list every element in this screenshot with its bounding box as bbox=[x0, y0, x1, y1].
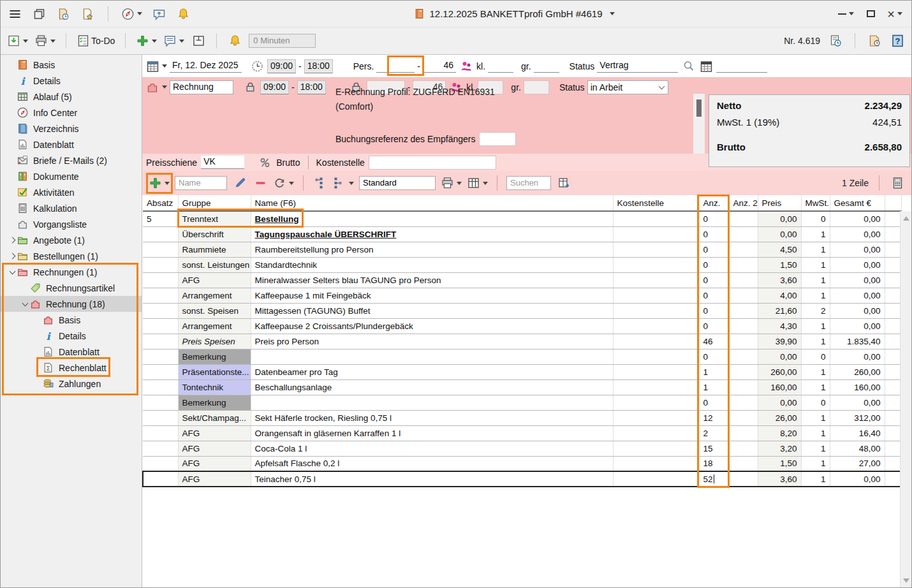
cell-name[interactable]: Mittagessen (TAGUNG) Buffet bbox=[251, 303, 613, 318]
export-table-icon[interactable] bbox=[556, 175, 571, 191]
cell-gesamt[interactable]: 27,00 bbox=[830, 456, 885, 471]
title-dropdown-caret[interactable] bbox=[610, 12, 615, 15]
cell-anz[interactable]: 0 bbox=[699, 226, 729, 242]
cell-anz[interactable]: 0 bbox=[699, 349, 729, 364]
event-date-field[interactable]: Fr, 12. Dez 2025 bbox=[170, 59, 242, 73]
cell-gesamt[interactable]: 0,00 bbox=[830, 242, 885, 257]
sidebar-item-basis[interactable]: Basis bbox=[1, 57, 142, 73]
cell-kostenstelle[interactable] bbox=[613, 456, 699, 471]
menu-icon[interactable] bbox=[7, 6, 22, 22]
cell-preis[interactable]: 39,90 bbox=[758, 334, 801, 349]
cell-preis[interactable]: 26,00 bbox=[758, 410, 801, 425]
event-extra-field[interactable] bbox=[716, 59, 767, 73]
cell-absatz[interactable] bbox=[143, 379, 178, 395]
scroll-down-arrow[interactable] bbox=[903, 578, 909, 583]
column-header-kostenstelle[interactable]: Kostenstelle bbox=[613, 195, 699, 211]
column-header-anz-[interactable]: Anz. bbox=[699, 195, 729, 211]
cell-gruppe[interactable]: AFG bbox=[178, 425, 251, 441]
column-header-anz-2[interactable]: Anz. 2 bbox=[729, 195, 758, 211]
cell-name[interactable]: Apfelsaft Flasche 0,2 l bbox=[251, 456, 613, 471]
cell-gesamt[interactable]: 0,00 bbox=[830, 272, 885, 288]
cell-anz2[interactable] bbox=[729, 349, 758, 364]
cell-anz[interactable]: 2 bbox=[699, 425, 729, 441]
grid-header-row[interactable]: AbsatzGruppeName (F6)KostenstelleAnz.Anz… bbox=[143, 195, 901, 211]
table-row[interactable]: RaummieteRaumbereitstellung pro Person04… bbox=[143, 242, 901, 257]
room-plan-button[interactable] bbox=[191, 33, 206, 49]
cell-anz[interactable]: 46 bbox=[699, 334, 729, 349]
table-row[interactable]: ÜberschriftTagungspauschale ÜBERSCHRIFT0… bbox=[143, 226, 901, 242]
cell-kostenstelle[interactable] bbox=[613, 364, 699, 379]
cell-anz[interactable]: 1 bbox=[699, 364, 729, 379]
cell-absatz[interactable] bbox=[143, 226, 178, 242]
cell-name[interactable] bbox=[251, 349, 613, 364]
cell-anz[interactable]: 0 bbox=[699, 211, 729, 226]
cell-anz2[interactable] bbox=[729, 226, 758, 242]
cell-anz2[interactable] bbox=[729, 334, 758, 349]
todo-button[interactable]: To-Do bbox=[77, 33, 115, 49]
sidebar-item-angebote-1-[interactable]: Angebote (1) bbox=[1, 232, 142, 248]
cell-absatz[interactable] bbox=[143, 334, 178, 349]
profile-scrollbar[interactable] bbox=[693, 94, 705, 154]
table-row[interactable]: ArrangementKaffeepause 2 Croissants/Plun… bbox=[143, 318, 901, 334]
column-header-gruppe[interactable]: Gruppe bbox=[178, 195, 251, 211]
cell-mwst[interactable]: 1 bbox=[801, 242, 830, 257]
cell-preis[interactable]: 3,20 bbox=[758, 441, 801, 456]
cell-kostenstelle[interactable] bbox=[613, 334, 699, 349]
table-row[interactable]: AFGTeinacher 0,75 l523,6010,00 bbox=[143, 471, 901, 487]
cell-anz[interactable]: 0 bbox=[699, 395, 729, 410]
sidebar-item-details[interactable]: iDetails bbox=[1, 328, 142, 344]
table-row[interactable]: TontechnikBeschallungsanlage1160,001160,… bbox=[143, 379, 901, 395]
cell-kostenstelle[interactable] bbox=[613, 379, 699, 395]
column-header-absatz[interactable]: Absatz bbox=[143, 195, 178, 211]
scroll-up-arrow[interactable] bbox=[903, 216, 909, 221]
column-settings-icon[interactable] bbox=[467, 175, 488, 191]
cell-anz[interactable]: 15 bbox=[699, 441, 729, 456]
cell-anz2[interactable] bbox=[729, 471, 758, 487]
cell-name[interactable]: Sekt Häferle trocken, Riesling 0,75 l bbox=[251, 410, 613, 425]
cell-kostenstelle[interactable] bbox=[613, 288, 699, 303]
cell-preis[interactable]: 4,50 bbox=[758, 242, 801, 257]
feedback-bubble-icon[interactable] bbox=[151, 6, 166, 22]
kl-field[interactable] bbox=[488, 59, 513, 73]
close-button[interactable]: × bbox=[887, 6, 902, 22]
grid-scrollbar[interactable] bbox=[900, 211, 911, 588]
maximize-button[interactable] bbox=[863, 6, 878, 22]
cell-anz[interactable]: 0 bbox=[699, 288, 729, 303]
cell-gruppe[interactable]: Überschrift bbox=[178, 226, 251, 242]
cell-gesamt[interactable]: 48,00 bbox=[830, 441, 885, 456]
percent-icon[interactable] bbox=[257, 154, 272, 171]
column-header-preis[interactable]: Preis bbox=[758, 195, 801, 211]
cell-name[interactable]: Tagungspauschale ÜBERSCHRIFT bbox=[251, 226, 613, 242]
cell-mwst[interactable]: 0 bbox=[801, 211, 830, 226]
cell-preis[interactable]: 0,00 bbox=[758, 211, 801, 226]
cell-name[interactable] bbox=[251, 395, 613, 410]
cell-anz2[interactable] bbox=[729, 211, 758, 226]
cell-name[interactable]: Standardtechnik bbox=[251, 257, 613, 272]
cell-preis[interactable]: 160,00 bbox=[758, 379, 801, 395]
notification-bell-icon[interactable] bbox=[175, 6, 191, 22]
refresh-icon[interactable] bbox=[273, 175, 294, 191]
cell-mwst[interactable]: 1 bbox=[801, 456, 830, 471]
cell-gruppe[interactable]: Tontechnik bbox=[178, 379, 251, 395]
cell-anz[interactable]: 0 bbox=[699, 318, 729, 334]
event-time-to-field[interactable]: 18:00 bbox=[304, 59, 333, 73]
column-header-name-f6-[interactable]: Name (F6) bbox=[251, 195, 613, 211]
cell-gruppe[interactable]: sonst. Speisen bbox=[178, 303, 251, 318]
sidebar-item-briefe-e-mails-2-[interactable]: Briefe / E-Mails (2) bbox=[1, 152, 142, 168]
event-status-field[interactable]: Vertrag bbox=[597, 59, 678, 73]
calendar-small-icon[interactable] bbox=[698, 58, 714, 75]
chevron-right-icon[interactable] bbox=[7, 238, 17, 242]
sidebar-item-rechenblatt[interactable]: ΣRechenblatt bbox=[1, 360, 142, 376]
cell-absatz[interactable] bbox=[143, 318, 178, 334]
cell-anz2[interactable] bbox=[729, 395, 758, 410]
name-input[interactable]: Name bbox=[175, 176, 227, 190]
cell-gesamt[interactable]: 160,00 bbox=[830, 379, 885, 395]
sidebar-item-datenblatt[interactable]: Datenblatt bbox=[1, 344, 142, 360]
cell-gruppe[interactable]: Trenntext bbox=[178, 211, 251, 226]
cell-anz2[interactable] bbox=[729, 425, 758, 441]
cell-anz[interactable]: 0 bbox=[699, 257, 729, 272]
cell-gruppe[interactable]: Bemerkung bbox=[178, 395, 251, 410]
sidebar-item-dokumente[interactable]: Dokumente bbox=[1, 168, 142, 184]
booking-reference-field[interactable] bbox=[479, 132, 516, 146]
cell-name[interactable]: Raumbereitstellung pro Person bbox=[251, 242, 613, 257]
